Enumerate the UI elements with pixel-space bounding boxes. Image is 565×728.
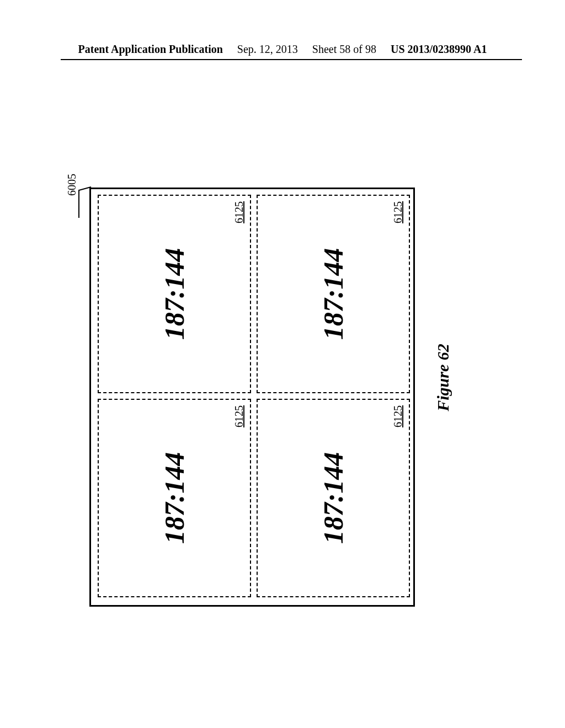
- grid-cell: 187:144 6125: [98, 399, 251, 597]
- cell-reference-number: 6125: [392, 405, 404, 427]
- aspect-ratio-label: 187:144: [317, 248, 349, 340]
- cell-reference-number: 6125: [392, 201, 404, 223]
- header-rule: [61, 59, 522, 60]
- grid-cell: 187:144 6125: [257, 399, 410, 597]
- aspect-ratio-label: 187:144: [158, 248, 190, 340]
- publication-type: Patent Application Publication: [78, 43, 223, 56]
- figure-wrapper: 6005 187:144 6125 187:144 6125 187:144 6…: [89, 121, 476, 607]
- cell-reference-number: 6125: [233, 405, 246, 427]
- frame-reference-number: 6005: [66, 174, 78, 196]
- grid-cell: 187:144 6125: [257, 195, 410, 393]
- figure-caption: Figure 62: [434, 344, 452, 411]
- aspect-ratio-label: 187:144: [317, 452, 349, 544]
- aspect-ratio-label: 187:144: [158, 452, 190, 544]
- sheet-number: Sheet 58 of 98: [312, 43, 376, 56]
- publication-date: Sep. 12, 2013: [237, 43, 298, 56]
- cell-reference-number: 6125: [233, 201, 246, 223]
- leader-line: [78, 186, 92, 219]
- figure-frame: 6005 187:144 6125 187:144 6125 187:144 6…: [89, 188, 415, 607]
- page-header: Patent Application Publication Sep. 12, …: [0, 43, 565, 56]
- grid-cell: 187:144 6125: [98, 195, 251, 393]
- publication-number: US 2013/0238990 A1: [391, 43, 487, 56]
